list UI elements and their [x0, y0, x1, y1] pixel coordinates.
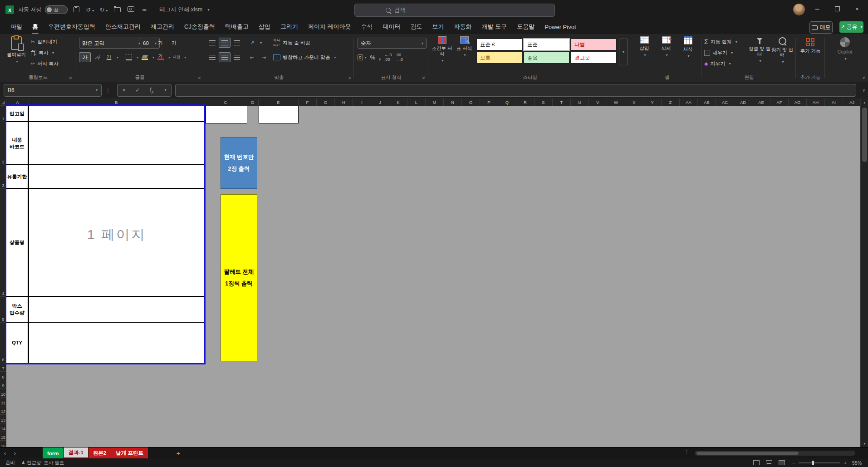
find-select-button[interactable]: 찾기 및 선택▾ [771, 36, 793, 71]
file-name[interactable]: 테그지 인쇄.xlsm [159, 6, 202, 14]
label-cell-A5[interactable]: 박스 입수량 [6, 297, 29, 322]
align-right-icon[interactable] [231, 53, 242, 62]
sheet-tab-원본2[interactable]: 원본2 [88, 447, 111, 459]
alignment-dialog-launcher[interactable]: ⇲ [348, 76, 351, 80]
ribbon-tab-홈[interactable]: 홈 [27, 20, 43, 34]
row-header-9[interactable]: 9 [0, 380, 6, 389]
tab-overflow-icon[interactable]: ⋮ [684, 449, 689, 455]
fill-color-icon[interactable] [139, 53, 150, 62]
maximize-button[interactable] [828, 0, 846, 17]
column-header-W[interactable]: W [607, 98, 625, 106]
cell-style-좋음[interactable]: 좋음 [524, 52, 569, 64]
formula-bar-expand-icon[interactable]: ∨ [862, 88, 865, 93]
column-header-Y[interactable]: Y [643, 98, 662, 106]
column-header-H[interactable]: H [335, 98, 353, 106]
italic-button[interactable]: 가 [92, 53, 103, 62]
column-header-I[interactable]: I [353, 98, 371, 106]
row-header-1[interactable]: 1 [0, 106, 6, 122]
autosum-button[interactable]: Σ자동 합계▾ [704, 37, 737, 47]
column-header-E[interactable]: E [259, 98, 299, 106]
font-color-icon[interactable]: 가 [155, 53, 166, 62]
scroll-up-icon[interactable]: ▲ [861, 98, 868, 106]
increase-indent-icon[interactable]: ⇥ [259, 53, 270, 62]
fill-button[interactable]: ↓채우기▾ [704, 48, 733, 58]
merge-center-button[interactable]: ↔ 병합하고 가운데 맞춤▾ [273, 52, 336, 62]
sort-filter-button[interactable]: 정렬 및 필터▾ [749, 36, 770, 71]
format-painter-button[interactable]: ✏서식 복사 [31, 59, 59, 69]
cell-style-표준[interactable]: 표준 [524, 39, 569, 50]
sheet-next-icon[interactable]: › [10, 450, 20, 457]
normal-view-icon[interactable] [753, 460, 760, 465]
row-header-4[interactable]: 4 [0, 189, 6, 297]
accessibility-status[interactable]: 접근성: 조사 필요 [27, 460, 64, 466]
sheet-prev-icon[interactable]: ‹ [0, 450, 10, 457]
format-cells-button[interactable]: 서식▾ [678, 36, 698, 71]
insert-function-icon[interactable]: fx [150, 86, 154, 94]
sheet-tab-form[interactable]: form [43, 447, 64, 459]
ribbon-tab-데이터[interactable]: 데이터 [378, 20, 406, 34]
row-header-12[interactable]: 12 [0, 406, 6, 415]
cancel-icon[interactable]: × [122, 87, 126, 93]
column-header-AG[interactable]: AG [789, 98, 807, 106]
font-size-select[interactable]: 60▾ [140, 38, 160, 49]
decrease-indent-icon[interactable]: ⇤ [247, 53, 258, 62]
label-cell-A2[interactable]: 내품 바코드 [6, 122, 29, 164]
align-bottom-icon[interactable] [231, 38, 242, 47]
name-box[interactable]: B6▾ [4, 84, 102, 97]
column-header-AJ[interactable]: AJ [843, 98, 861, 106]
excel-app-icon[interactable]: x [5, 5, 14, 14]
ribbon-collapse-icon[interactable]: ∨ [862, 75, 865, 80]
ribbon-tab-우편번호자동입력[interactable]: 우편번호자동입력 [43, 20, 100, 34]
cell-style-나쁨[interactable]: 나쁨 [571, 39, 617, 50]
accounting-format-icon[interactable]: ¤ [358, 54, 363, 60]
search-input[interactable]: 검색 [354, 4, 555, 17]
scroll-down-icon[interactable]: ▼ [861, 440, 868, 447]
ribbon-tab-재고관리[interactable]: 재고관리 [146, 20, 179, 34]
enter-icon[interactable]: ✓ [135, 87, 140, 93]
ribbon-tab-검토[interactable]: 검토 [406, 20, 427, 34]
undo-icon[interactable]: ↺▾ [85, 6, 95, 13]
value-cell-B2[interactable] [29, 122, 204, 164]
wrap-text-button[interactable]: 가나다↩ 자동 줄 바꿈 [273, 38, 310, 48]
cell-style-보통[interactable]: 보통 [476, 52, 522, 64]
page-break-preview-icon[interactable] [779, 460, 785, 465]
column-header-C[interactable]: C [204, 98, 247, 106]
avatar[interactable] [793, 4, 805, 15]
percent-style-icon[interactable]: % [370, 54, 376, 61]
orientation-icon[interactable]: ↗ [247, 38, 258, 47]
ribbon-tab-도움말[interactable]: 도움말 [512, 20, 539, 34]
cut-button[interactable]: ✂잘라내기 [31, 37, 57, 47]
column-header-O[interactable]: O [462, 98, 480, 106]
column-header-P[interactable]: P [480, 98, 498, 106]
cell-E1[interactable] [259, 106, 299, 123]
ribbon-tab-보기[interactable]: 보기 [427, 20, 449, 34]
font-dialog-launcher[interactable]: ⇲ [197, 76, 201, 80]
zoom-out-icon[interactable]: − [792, 460, 795, 466]
addins-button[interactable]: 추가 기능 [799, 36, 822, 71]
column-header-U[interactable]: U [571, 98, 589, 106]
copilot-button[interactable]: Copilot▾ [832, 36, 858, 71]
column-header-AC[interactable]: AC [716, 98, 734, 106]
column-header-A[interactable]: A [6, 98, 29, 106]
clipboard-dialog-launcher[interactable]: ⇲ [69, 76, 72, 80]
column-header-R[interactable]: R [516, 98, 535, 106]
ribbon-tab-개발 도구[interactable]: 개발 도구 [477, 20, 512, 34]
column-header-AF[interactable]: AF [770, 98, 789, 106]
minimize-button[interactable]: ─ [808, 0, 826, 17]
cell-style-경고문[interactable]: 경고문 [571, 52, 617, 64]
new-sheet-button[interactable]: + [173, 450, 183, 457]
column-header-D[interactable]: D [247, 98, 259, 106]
cell-style-표준 €[interactable]: 표준 € [476, 39, 522, 50]
column-header-T[interactable]: T [553, 98, 571, 106]
comma-style-icon[interactable]: , [379, 54, 381, 61]
zoom-level[interactable]: 55% [852, 460, 862, 466]
ribbon-tab-그리기[interactable]: 그리기 [275, 20, 303, 34]
conditional-formatting-button[interactable]: 조건부 서식▾ [431, 36, 453, 71]
font-family-select[interactable]: 맑은 고딕▾ [79, 38, 143, 49]
ribbon-tab-파일[interactable]: 파일 [5, 20, 27, 34]
ribbon-tab-자동화[interactable]: 자동화 [449, 20, 477, 34]
delete-cells-button[interactable]: × 삭제▾ [656, 36, 676, 71]
value-cell-B6[interactable] [29, 323, 204, 363]
ribbon-tab-안스재고관리[interactable]: 안스재고관리 [100, 20, 146, 34]
ribbon-tab-수식[interactable]: 수식 [356, 20, 378, 34]
